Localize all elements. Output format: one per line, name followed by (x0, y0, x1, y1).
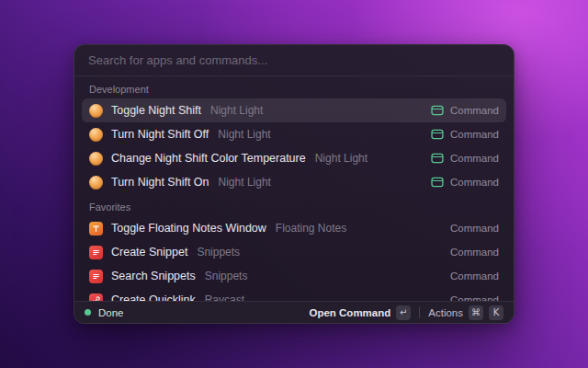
desktop-wallpaper: Development Toggle Night Shift Night Lig… (0, 0, 588, 368)
list-item-turn-night-shift-on[interactable]: Turn Night Shift On Night Light Command (82, 170, 506, 194)
footer-actions: Open Command ↵ Actions ⌘ K (309, 305, 503, 320)
item-accessories: Command (450, 247, 499, 258)
item-title: Toggle Night Shift (111, 104, 201, 117)
open-command-button[interactable]: Open Command ↵ (309, 305, 411, 320)
item-subtitle: Night Light (218, 128, 270, 141)
status-label: Done (98, 307, 124, 318)
menubar-icon (431, 152, 444, 165)
list-item-toggle-night-shift[interactable]: Toggle Night Shift Night Light Command (82, 98, 506, 122)
search-bar (74, 45, 514, 76)
k-key-icon: K (489, 305, 503, 320)
item-accessories: Command (431, 176, 499, 189)
item-type-label: Command (450, 270, 499, 282)
item-type-label: Command (450, 177, 499, 188)
action-bar: Done Open Command ↵ Actions ⌘ K (74, 301, 514, 323)
item-type-label: Command (450, 105, 499, 116)
night-shift-icon (89, 176, 103, 190)
search-input[interactable] (74, 45, 514, 75)
item-subtitle: Night Light (315, 152, 368, 165)
item-type-label: Command (450, 223, 499, 234)
status-toast: Done (85, 307, 124, 318)
list-item-create-snippet[interactable]: Create Snippet Snippets Command (82, 240, 506, 264)
item-accessories: Command (450, 270, 499, 282)
floating-notes-icon (89, 222, 103, 236)
list-item-turn-night-shift-off[interactable]: Turn Night Shift Off Night Light Command (82, 122, 506, 146)
section-header-development: Development (82, 76, 506, 98)
item-type-label: Command (450, 129, 499, 140)
snippets-icon (89, 270, 103, 283)
snippets-icon (89, 246, 103, 259)
menubar-icon (431, 176, 444, 189)
footer-divider (419, 307, 420, 318)
item-title: Search Snippets (111, 270, 196, 282)
item-title: Turn Night Shift On (111, 176, 209, 189)
command-key-icon: ⌘ (469, 305, 483, 320)
night-shift-icon (89, 128, 103, 142)
item-subtitle: Night Light (210, 104, 263, 117)
item-accessories: Command (431, 104, 499, 117)
item-title: Create Snippet (111, 246, 187, 259)
menubar-icon (431, 128, 444, 141)
actions-label: Actions (428, 307, 463, 318)
list-item-toggle-floating-notes-window[interactable]: Toggle Floating Notes Window Floating No… (82, 216, 506, 240)
raycast-window: Development Toggle Night Shift Night Lig… (74, 44, 514, 324)
menubar-icon (431, 104, 444, 117)
actions-button[interactable]: Actions ⌘ K (428, 305, 503, 320)
list-item-search-snippets[interactable]: Search Snippets Snippets Command (82, 264, 506, 288)
section-header-favorites: Favorites (82, 194, 506, 216)
item-subtitle: Snippets (197, 246, 240, 259)
night-shift-icon (89, 152, 103, 166)
return-key-icon: ↵ (396, 305, 411, 320)
item-accessories: Command (431, 128, 499, 141)
item-subtitle: Night Light (219, 176, 271, 189)
item-title: Change Night Shift Color Temperature (111, 152, 306, 165)
item-type-label: Command (450, 153, 499, 164)
item-subtitle: Snippets (205, 270, 248, 282)
night-shift-icon (89, 104, 103, 118)
item-accessories: Command (450, 223, 499, 234)
list-item-change-night-shift-color-temperature[interactable]: Change Night Shift Color Temperature Nig… (82, 146, 506, 170)
item-title: Turn Night Shift Off (111, 128, 209, 141)
item-type-label: Command (450, 247, 499, 258)
status-dot-icon (85, 309, 91, 316)
item-subtitle: Floating Notes (276, 222, 346, 235)
item-accessories: Command (431, 152, 499, 165)
open-command-label: Open Command (309, 307, 390, 318)
item-title: Toggle Floating Notes Window (111, 222, 266, 235)
results-list: Development Toggle Night Shift Night Lig… (74, 76, 514, 303)
